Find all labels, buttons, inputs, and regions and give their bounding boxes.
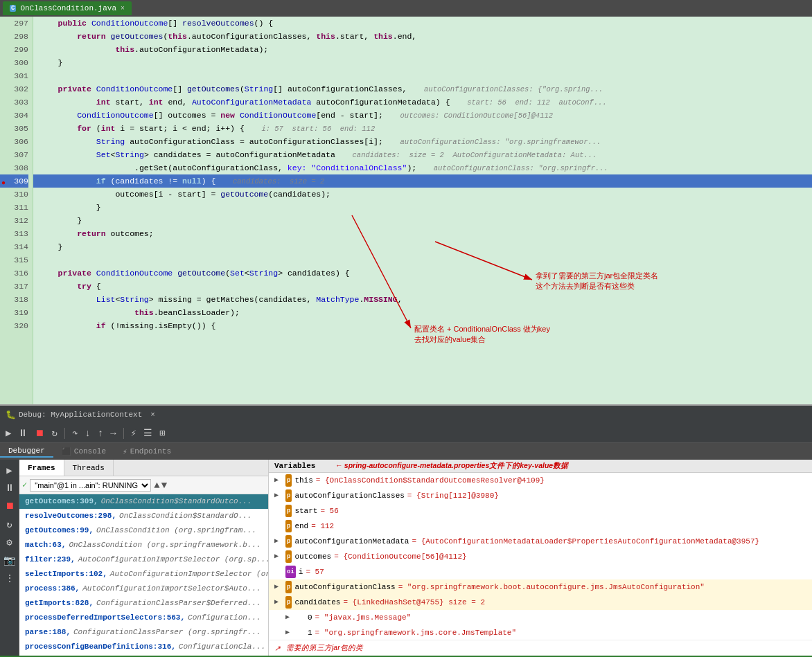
step-out-button[interactable]: ↑ [95, 426, 106, 440]
var-item[interactable]: ▶0 = "javax.jms.Message" [269, 610, 812, 625]
frame-location: getImports:828, [25, 597, 94, 609]
expand-icon[interactable]: ▶ [274, 581, 283, 593]
var-item[interactable]: ▶pautoConfigurationClasses = {String[112… [269, 488, 812, 503]
thread-down-button[interactable]: ▼ [161, 480, 167, 491]
frame-item[interactable]: match:63, OnClassCondition (org.springfr… [19, 538, 268, 552]
settings-sidebar-btn[interactable]: ⚙ [2, 534, 17, 550]
code-line-302: private ConditionOutcome[] getOutcomes(S… [33, 82, 812, 96]
debug-title: Debug: MyApplicationContext [19, 411, 142, 419]
config-button[interactable]: ☰ [141, 426, 155, 440]
layout-button[interactable]: ⊞ [157, 426, 168, 440]
resume-sidebar-btn[interactable]: ▶ [2, 462, 17, 478]
debug-title-bar: 🐛 Debug: MyApplicationContext × [0, 406, 812, 424]
step-over-button[interactable]: ↷ [69, 426, 80, 440]
var-name: end [294, 520, 308, 532]
more-sidebar-btn[interactable]: ⋮ [2, 570, 17, 586]
frame-class: AutoConfigurationImportSelector (org.sp.… [110, 568, 268, 580]
frames-threads-tabs: Frames Threads [19, 460, 268, 476]
frame-item[interactable]: getImports:828, ConfigurationClassParser… [19, 596, 268, 611]
resume-button[interactable]: ▶ [3, 426, 14, 440]
pause-sidebar-btn[interactable]: ⏸ [2, 480, 17, 496]
var-item[interactable]: pend = 112 [269, 519, 812, 534]
code-line-300: } [33, 56, 812, 69]
expand-icon[interactable]: ▶ [285, 627, 294, 639]
rerun-sidebar-btn[interactable]: ↻ [2, 516, 17, 532]
frame-location: process:386, [25, 583, 80, 595]
code-content[interactable]: 拿到了需要的第三方jar包全限定类名 这个方法去判断是否有这些类 配置类名 + … [33, 17, 812, 404]
code-line-301 [33, 69, 812, 82]
frame-item[interactable]: filter:239, AutoConfigurationImportSelec… [19, 552, 268, 567]
rerun-button[interactable]: ↻ [48, 426, 60, 440]
tab-console[interactable]: ⬛ Console [53, 446, 114, 458]
svg-text:去找对应的value集合: 去找对应的value集合 [414, 335, 486, 343]
frame-class: OnClassCondition (org.springfram... [96, 525, 256, 537]
frames-panel: Frames Threads ✓ "main"@1 in ...ain": RU… [19, 460, 269, 656]
bottom-annotation-text: 需要的第三方jar包的类 [286, 643, 363, 653]
thread-up-button[interactable]: ▲ [154, 480, 159, 491]
tab-close-button[interactable]: × [121, 5, 125, 12]
frame-item[interactable]: parse:188, ConfigurationClassParser (org… [19, 625, 268, 640]
var-type-badge: p [285, 489, 292, 502]
debug-close[interactable]: × [150, 411, 155, 419]
debug-tabs-row: Debugger ⬛ Console ⚡ Endpoints [0, 443, 812, 460]
run-to-cursor-button[interactable]: → [107, 426, 118, 440]
frame-item[interactable]: getOutcomes:99, OnClassCondition (org.sp… [19, 523, 268, 538]
eval-button[interactable]: ⚡ [128, 426, 139, 440]
debug-left-sidebar: ▶ ⏸ ⏹ ↻ ⚙ 📷 ⋮ [0, 460, 19, 656]
frame-class: ConfigurationClassParser$Deferred... [96, 597, 261, 609]
var-item[interactable]: oii = 57 [269, 564, 812, 579]
variables-panel[interactable]: ▶pthis = {OnClassCondition$StandardOutco… [269, 473, 812, 640]
step-into-button[interactable]: ↓ [82, 426, 93, 440]
var-item[interactable]: ▶1 = "org.springframework.jms.core.JmsTe… [269, 625, 812, 640]
var-item[interactable]: pstart = 56 [269, 503, 812, 519]
code-line-298: return getOutcomes(this.autoConfiguratio… [33, 30, 812, 43]
expand-icon[interactable]: ▶ [274, 474, 283, 487]
var-item[interactable]: ▶pautoConfigurationMetadata = {AutoConfi… [269, 534, 812, 549]
expand-icon[interactable]: ▶ [285, 611, 294, 624]
var-item[interactable]: ▶pthis = {OnClassCondition$StandardOutco… [269, 473, 812, 488]
expand-icon[interactable]: ▶ [274, 489, 283, 502]
frame-item[interactable]: postProcessBeanDefinitionRegistry:233, C… [19, 654, 268, 656]
code-line-313: return outcomes; [33, 227, 812, 240]
frame-item[interactable]: selectImports:102, AutoConfigurationImpo… [19, 567, 268, 582]
frame-class: ConfigurationClassParser (org.springfr..… [73, 627, 261, 638]
frame-item[interactable]: getOutcomes:309, OnClassCondition$Standa… [19, 494, 268, 509]
expand-icon[interactable]: ▶ [274, 535, 283, 548]
frames-list[interactable]: getOutcomes:309, OnClassCondition$Standa… [19, 494, 268, 656]
frame-item[interactable]: processConfigBeanDefinitions:316, Config… [19, 640, 268, 654]
frame-location: selectImports:102, [25, 568, 107, 580]
var-type-badge: p [285, 535, 292, 548]
frame-item[interactable]: processDeferredImportSelectors:563, Conf… [19, 611, 268, 625]
tab-endpoints[interactable]: ⚡ Endpoints [114, 446, 179, 458]
expand-icon[interactable]: ▶ [274, 596, 283, 609]
stop-button[interactable]: ⏹ [32, 426, 47, 440]
console-icon: ⬛ [62, 447, 71, 456]
code-line-305: for (int i = start; i < end; i++) { i: 5… [33, 122, 812, 135]
var-item[interactable]: ▶poutcomes = {ConditionOutcome[56]@4112} [269, 549, 812, 564]
expand-icon[interactable]: ▶ [274, 550, 283, 563]
camera-sidebar-btn[interactable]: 📷 [2, 552, 17, 568]
variables-area: Variables ← spring-autoconfigure-metadat… [269, 460, 812, 656]
toolbar-sep2 [123, 428, 124, 439]
frame-item[interactable]: process:386, AutoConfigurationImportSele… [19, 582, 268, 596]
code-line-314: } [33, 240, 812, 253]
var-value: = {OnClassCondition$StandardOutcomesReso… [316, 474, 545, 487]
tab-threads[interactable]: Threads [64, 460, 114, 476]
pause-button[interactable]: ⏸ [15, 426, 30, 440]
thread-dropdown[interactable]: "main"@1 in ...ain": RUNNING [30, 479, 151, 492]
var-type-badge: p [285, 505, 292, 517]
var-value: = "org.springframework.jms.core.JmsTempl… [315, 627, 516, 639]
var-type-badge: p [285, 596, 292, 609]
var-value: = {LinkedHashSet@4755} size = 2 [343, 596, 485, 609]
frame-location: resolveOutcomes:298, [25, 510, 116, 522]
var-item[interactable]: ▶pcandidates = {LinkedHashSet@4755} size… [269, 595, 812, 610]
frame-item[interactable]: resolveOutcomes:298, OnClassCondition$St… [19, 509, 268, 523]
file-tab[interactable]: C OnClassCondition.java × [3, 1, 132, 15]
tab-debugger[interactable]: Debugger [0, 445, 53, 458]
code-line-316: private ConditionOutcome getOutcome(Set<… [33, 267, 812, 280]
stop-sidebar-btn[interactable]: ⏹ [2, 498, 17, 514]
tab-frames[interactable]: Frames [19, 460, 64, 476]
var-item[interactable]: ▶pautoConfigurationClass = "org.springfr… [269, 579, 812, 595]
frame-location: filter:239, [25, 554, 76, 566]
code-line-318: List<String> missing = getMatches(candid… [33, 293, 812, 306]
